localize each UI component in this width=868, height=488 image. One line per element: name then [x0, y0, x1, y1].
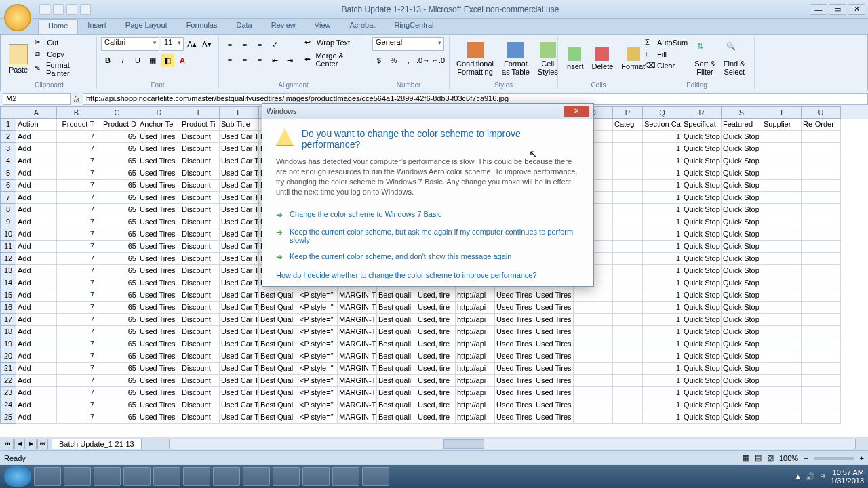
italic-button[interactable]: I	[116, 54, 130, 67]
currency-button[interactable]: $	[372, 54, 386, 67]
cell[interactable]: Add	[16, 338, 57, 350]
bold-button[interactable]: B	[101, 54, 115, 67]
column-header[interactable]: D	[138, 106, 180, 119]
cell[interactable]: Used Tires	[138, 338, 180, 350]
cell[interactable]	[802, 155, 841, 167]
cell[interactable]: Add	[16, 375, 57, 387]
cell[interactable]: Used, tire	[416, 387, 456, 399]
row-header[interactable]: 5	[0, 167, 16, 180]
cell[interactable]: Used Car Tr	[220, 289, 259, 302]
cell[interactable]	[762, 289, 802, 302]
cell[interactable]: Used Tires	[534, 411, 574, 424]
tab-page-layout[interactable]: Page Layout	[116, 19, 177, 34]
cell[interactable]: 7	[57, 411, 96, 424]
cell[interactable]: Used, tire	[416, 363, 456, 375]
cell[interactable]: Add	[16, 289, 57, 302]
cell[interactable]: 7	[57, 338, 96, 350]
cell[interactable]: 65	[96, 387, 138, 399]
cell[interactable]: 7	[57, 265, 96, 277]
cell[interactable]: MARGIN-TOP: 0px; M	[338, 338, 377, 350]
dialog-option-basic[interactable]: ➔Change the color scheme to Windows 7 Ba…	[276, 206, 580, 224]
system-tray[interactable]: ▲ 🔊 🏳 10:57 AM 1/31/2013	[794, 468, 864, 485]
cell[interactable]: Discount	[180, 143, 220, 155]
cell[interactable]: Anchor Te	[138, 119, 180, 131]
cell[interactable]: 7	[57, 289, 96, 302]
taskbar-app-6[interactable]	[183, 467, 210, 486]
cell[interactable]: Best Quali	[259, 411, 298, 424]
cell[interactable]: Used, tire	[416, 399, 456, 411]
cell[interactable]: Used Tires	[138, 375, 180, 387]
cell[interactable]	[762, 411, 802, 424]
cell[interactable]: Quick Stop	[682, 155, 722, 167]
cell[interactable]: Used Car Tr	[220, 399, 259, 411]
cell[interactable]	[613, 375, 643, 387]
cell[interactable]: Quick Stop Tires	[722, 265, 762, 277]
merge-center-button[interactable]: ⬌Merge & Center	[303, 51, 363, 68]
cell[interactable]: Used Car Tr	[220, 155, 259, 167]
column-header[interactable]: U	[802, 106, 841, 119]
row-header[interactable]: 23	[0, 387, 16, 399]
cell[interactable]: Used Tires	[138, 326, 180, 338]
cell[interactable]: Quick Stop Tires	[722, 375, 762, 387]
cell[interactable]: Add	[16, 167, 57, 180]
cell[interactable]: Sub Title	[220, 119, 259, 131]
clear-button[interactable]: ⌫Clear	[644, 60, 689, 71]
cell[interactable]: Quick Stop	[682, 411, 722, 424]
cell[interactable]: 1	[643, 241, 682, 253]
cell[interactable]: Used Tires	[138, 411, 180, 424]
underline-button[interactable]: U	[131, 54, 144, 67]
cell[interactable]	[802, 241, 841, 253]
cell[interactable]	[574, 326, 613, 338]
cell[interactable]: Used Tires	[495, 302, 534, 314]
cell[interactable]: 1	[643, 155, 682, 167]
cell[interactable]: Used Tires	[138, 253, 180, 265]
cell[interactable]: 65	[96, 265, 138, 277]
cell[interactable]: Discount	[180, 399, 220, 411]
cell[interactable]: 65	[96, 411, 138, 424]
format-as-table-button[interactable]: Format as Table	[499, 37, 532, 81]
cell[interactable]	[574, 375, 613, 387]
cell[interactable]: Used Car Tr	[220, 338, 259, 350]
cell[interactable]	[762, 399, 802, 411]
row-header[interactable]: 4	[0, 155, 16, 167]
cell[interactable]: Categ	[613, 119, 643, 131]
cell[interactable]: http://api	[456, 399, 495, 411]
cell[interactable]: Used Car Tr	[220, 180, 259, 192]
cell[interactable]: Used, tire	[416, 302, 456, 314]
cell[interactable]	[613, 241, 643, 253]
cell[interactable]: MARGIN-TOP: 0px; M	[338, 411, 377, 424]
cell[interactable]: Add	[16, 363, 57, 375]
cell[interactable]: Used Tires	[138, 131, 180, 143]
cell[interactable]	[802, 338, 841, 350]
cell[interactable]	[762, 204, 802, 216]
column-header[interactable]: A	[16, 106, 57, 119]
cell[interactable]	[613, 155, 643, 167]
cell[interactable]: Add	[16, 350, 57, 363]
cell[interactable]	[802, 387, 841, 399]
cell[interactable]: Used Tires	[138, 277, 180, 289]
cell[interactable]: MARGIN-TOP: 0px; M	[338, 399, 377, 411]
cell[interactable]: Quick Stop	[682, 192, 722, 204]
row-header[interactable]: 10	[0, 228, 16, 241]
row-header[interactable]: 19	[0, 338, 16, 350]
cell[interactable]: Used, tire	[416, 411, 456, 424]
cell[interactable]: Best Quali	[259, 387, 298, 399]
cell[interactable]	[613, 253, 643, 265]
cell[interactable]: Used Tires	[138, 180, 180, 192]
taskbar-app-12[interactable]	[362, 467, 389, 486]
cell[interactable]: Used Tires	[138, 387, 180, 399]
cell[interactable]: Quick Stop Tires	[722, 277, 762, 289]
row-header[interactable]: 21	[0, 363, 16, 375]
row-header[interactable]: 7	[0, 192, 16, 204]
format-painter-button[interactable]: ✎Format Painter	[33, 60, 92, 78]
cell[interactable]: 1	[643, 411, 682, 424]
cell[interactable]	[802, 228, 841, 241]
cell[interactable]: Used Tires	[495, 363, 534, 375]
cell[interactable]	[762, 314, 802, 326]
cell[interactable]: Discount	[180, 363, 220, 375]
cell[interactable]: Discount	[180, 241, 220, 253]
cell[interactable]	[613, 167, 643, 180]
row-header[interactable]: 18	[0, 326, 16, 338]
cell[interactable]: 1	[643, 277, 682, 289]
taskbar-app-3[interactable]	[94, 467, 121, 486]
